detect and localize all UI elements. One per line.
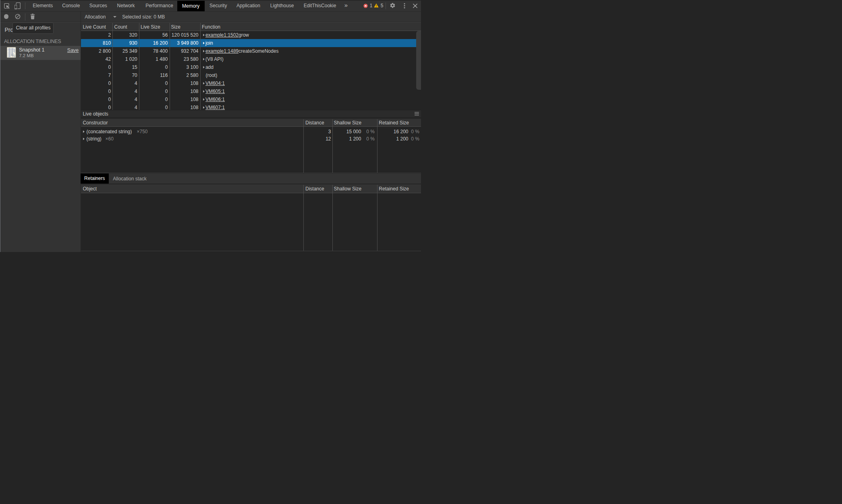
svg-text:%: % <box>11 54 15 58</box>
